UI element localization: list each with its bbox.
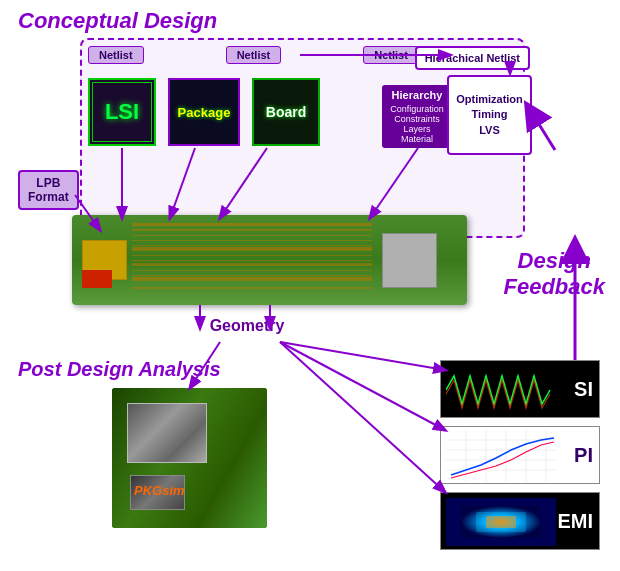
hierarchy-config: Configuration [388,104,446,114]
si-waveform [446,366,556,414]
svg-line-23 [280,342,445,370]
pkg-text: PKGsim [134,483,185,498]
board-box: Board [252,78,320,146]
svg-line-24 [280,342,445,430]
post-design-title: Post Design Analysis [18,358,221,381]
pcb-board [72,215,467,305]
optimization-box: Optimization Timing LVS [447,75,532,155]
optim-line3: LVS [479,123,500,138]
si-label: SI [574,378,593,401]
emi-visual [446,498,556,546]
lsi-box: LSI [88,78,156,146]
optim-line2: Timing [472,107,508,122]
pcb-chip-red [82,270,112,288]
conceptual-title: Conceptual Design [18,8,217,34]
board-label: Board [266,104,306,120]
lpb-format-box: LPBFormat [18,170,79,210]
emi-label: EMI [557,510,593,533]
pi-panel: PI [440,426,600,484]
hierarchy-title: Hierarchy [388,89,446,101]
package-box: Package [168,78,240,146]
svg-rect-13 [486,516,516,528]
si-panel: SI [440,360,600,418]
pi-label: PI [574,444,593,467]
analysis-panels: SI PI [440,360,600,550]
package-label: Package [178,105,231,120]
hierarchy-layers: Layers [388,124,446,134]
hierarchy-material: Material [388,134,446,144]
svg-line-25 [280,342,445,492]
optim-line1: Optimization [456,92,523,107]
component-row: LSI Package Board [88,78,320,146]
netlist-label-2: Netlist [226,46,282,64]
analysis-image: PKGsim [112,388,267,528]
lsi-label: LSI [105,99,139,125]
pi-graph [446,430,556,482]
netlist-label-1: Netlist [88,46,144,64]
emi-panel: EMI [440,492,600,550]
design-feedback: DesignFeedback [504,248,606,301]
hierarchy-box: Hierarchy Configuration Constraints Laye… [382,85,452,148]
hier-netlist-box: Hierachical Netlist [415,46,530,70]
netlist-row: Netlist Netlist Netlist [88,46,419,64]
main-container: Conceptual Design Netlist Netlist Netlis… [0,0,620,571]
pcb-area [72,215,467,305]
pcb-chip2 [382,233,437,288]
geometry-label: Geometry [137,317,357,335]
lpb-label: LPBFormat [28,176,69,204]
netlist-label-3: Netlist [363,46,419,64]
hierarchy-constraints: Constraints [388,114,446,124]
